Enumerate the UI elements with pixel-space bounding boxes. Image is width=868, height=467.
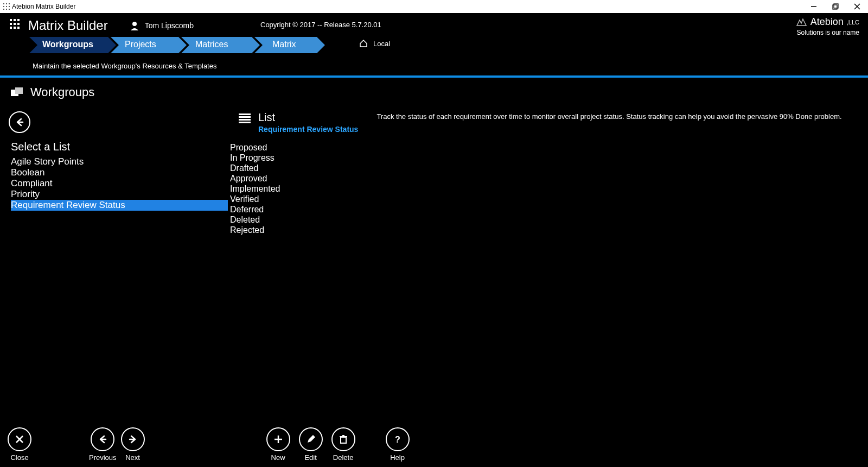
arrow-right-icon bbox=[127, 434, 138, 445]
arrow-left-icon bbox=[14, 117, 25, 128]
button-label: Delete bbox=[333, 453, 354, 462]
app-icon bbox=[3, 3, 10, 10]
svg-rect-8 bbox=[9, 9, 10, 10]
svg-marker-15 bbox=[29, 37, 116, 53]
plus-icon bbox=[273, 434, 284, 445]
value-item[interactable]: Verified bbox=[230, 194, 868, 204]
breadcrumb-workgroups[interactable] bbox=[29, 37, 116, 53]
question-icon: ? bbox=[392, 434, 403, 445]
svg-rect-4 bbox=[6, 6, 7, 7]
new-button[interactable]: New bbox=[266, 427, 290, 462]
app-header: Matrix Builder Tom Lipscomb Copyright © … bbox=[0, 13, 868, 38]
svg-marker-16 bbox=[111, 37, 187, 53]
breadcrumb-matrix[interactable] bbox=[254, 37, 325, 53]
button-label: Close bbox=[10, 453, 28, 462]
next-button[interactable]: Next bbox=[121, 427, 145, 462]
list-option[interactable]: Agile Story Points bbox=[11, 156, 228, 167]
value-item[interactable]: Rejected bbox=[230, 225, 868, 235]
brand-suffix: ,LLC bbox=[847, 19, 859, 26]
svg-rect-1 bbox=[6, 3, 7, 4]
home-icon bbox=[359, 39, 368, 48]
value-item[interactable]: Deleted bbox=[230, 214, 868, 225]
back-button[interactable] bbox=[9, 111, 30, 133]
detail-subheading: Requirement Review Status bbox=[258, 125, 358, 134]
svg-rect-25 bbox=[341, 437, 346, 443]
section-title: Workgroups bbox=[30, 85, 94, 99]
detail-heading: List bbox=[258, 111, 358, 124]
detail-values: Proposed In Progress Drafted Approved Im… bbox=[230, 142, 868, 235]
brand-block: Atebion,LLC Solutions is our name bbox=[795, 16, 859, 36]
copyright-text: Copyright © 2017 -- Release 5.7.20.01 bbox=[260, 21, 381, 29]
help-button[interactable]: ? Help bbox=[386, 427, 410, 462]
pencil-icon bbox=[305, 434, 316, 445]
brand-icon bbox=[795, 18, 807, 27]
breadcrumb-projects[interactable] bbox=[111, 37, 187, 53]
brand-tagline: Solutions is our name bbox=[795, 29, 859, 36]
close-icon bbox=[14, 434, 25, 445]
value-item[interactable]: Implemented bbox=[230, 184, 868, 194]
brand-name: Atebion bbox=[810, 16, 844, 28]
sub-description: Maintain the selected Workgroup's Resour… bbox=[33, 62, 868, 70]
value-item[interactable]: Approved bbox=[230, 173, 868, 184]
delete-button[interactable]: Delete bbox=[331, 427, 355, 462]
list-icon bbox=[239, 112, 251, 124]
edit-button[interactable]: Edit bbox=[299, 427, 323, 462]
button-label: Next bbox=[125, 453, 140, 462]
footer-toolbar: Close Previous Next New Edit Delete ? bbox=[0, 427, 868, 462]
button-label: Previous bbox=[89, 453, 117, 462]
svg-rect-20 bbox=[15, 87, 23, 94]
button-label: New bbox=[271, 453, 285, 462]
window-maximize-button[interactable] bbox=[825, 0, 846, 13]
location-label: Local bbox=[373, 40, 390, 48]
arrow-left-icon bbox=[97, 434, 108, 445]
svg-rect-2 bbox=[9, 3, 10, 4]
svg-rect-3 bbox=[3, 6, 4, 7]
breadcrumb-matrices[interactable] bbox=[181, 37, 260, 53]
svg-marker-18 bbox=[254, 37, 325, 53]
detail-description: Track the status of each requirement ove… bbox=[376, 112, 841, 121]
svg-marker-17 bbox=[181, 37, 260, 53]
svg-rect-10 bbox=[833, 5, 837, 9]
close-button[interactable]: Close bbox=[8, 427, 31, 462]
list-option-selected[interactable]: Requirement Review Status bbox=[11, 200, 228, 211]
button-label: Help bbox=[390, 453, 405, 462]
user-indicator[interactable]: Tom Lipscomb bbox=[130, 21, 194, 30]
svg-rect-7 bbox=[6, 9, 7, 10]
list-option[interactable]: Boolean bbox=[11, 167, 228, 178]
svg-rect-11 bbox=[834, 4, 838, 8]
window-close-button[interactable] bbox=[846, 0, 868, 13]
previous-button[interactable]: Previous bbox=[89, 427, 117, 462]
trash-icon bbox=[338, 434, 349, 445]
user-icon bbox=[130, 21, 139, 30]
window-title: Atebion Matrix Builder bbox=[12, 3, 75, 10]
sidebar-list: Agile Story Points Boolean Compliant Pri… bbox=[11, 156, 228, 211]
button-label: Edit bbox=[304, 453, 316, 462]
value-item[interactable]: Proposed bbox=[230, 142, 868, 153]
svg-rect-5 bbox=[9, 6, 10, 7]
app-title: Matrix Builder bbox=[28, 18, 108, 33]
breadcrumb: Workgroups Projects Matrices Matrix Loca… bbox=[29, 37, 868, 53]
svg-point-14 bbox=[132, 22, 137, 26]
sidebar-title: Select a List bbox=[11, 141, 228, 153]
svg-text:?: ? bbox=[395, 435, 400, 444]
svg-rect-0 bbox=[3, 3, 4, 4]
grid-icon[interactable] bbox=[10, 19, 23, 32]
value-item[interactable]: In Progress bbox=[230, 153, 868, 163]
list-option[interactable]: Compliant bbox=[11, 178, 228, 189]
window-titlebar: Atebion Matrix Builder bbox=[0, 0, 868, 13]
value-item[interactable]: Drafted bbox=[230, 163, 868, 173]
location-indicator[interactable]: Local bbox=[359, 39, 390, 48]
workgroups-icon bbox=[11, 87, 23, 97]
window-minimize-button[interactable] bbox=[803, 0, 825, 13]
list-option[interactable]: Priority bbox=[11, 189, 228, 200]
user-name: Tom Lipscomb bbox=[145, 21, 194, 30]
svg-rect-6 bbox=[3, 9, 4, 10]
value-item[interactable]: Deferred bbox=[230, 204, 868, 214]
